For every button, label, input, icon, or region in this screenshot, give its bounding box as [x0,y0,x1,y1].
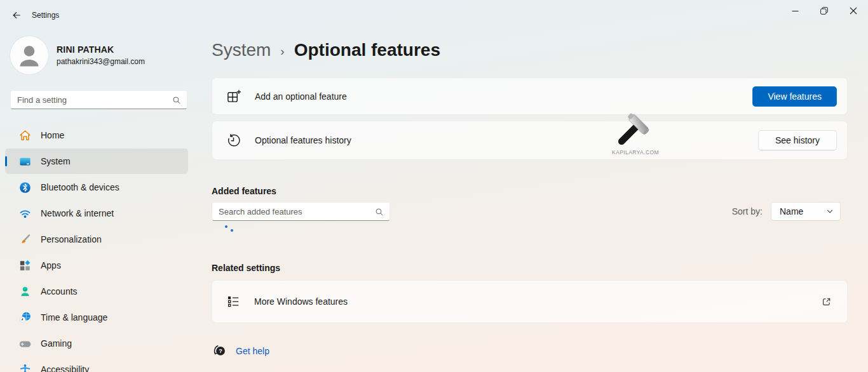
breadcrumb-system[interactable]: System [212,40,271,60]
sidebar: RINI PATHAK pathakrini343@gmail.com Home… [0,30,201,372]
minimize-button[interactable] [780,0,810,22]
sidebar-item-label: Personalization [41,234,102,244]
search-icon [172,96,181,105]
profile-email: pathakrini343@gmail.com [57,57,145,66]
feature-list-icon [226,295,240,309]
sidebar-item-home[interactable]: Home [5,123,188,148]
close-button[interactable] [839,0,868,22]
network-icon [19,208,31,220]
card-label: Add an optional feature [255,91,347,102]
loading-dot [225,225,227,228]
titlebar: Settings [0,0,868,30]
close-icon [850,7,857,15]
breadcrumb-separator-icon: › [280,42,284,58]
sidebar-nav: Home System Bluetooth & devices Network … [0,123,201,372]
external-link-icon[interactable] [821,296,832,307]
sort-group: Sort by: Name [732,202,841,221]
added-features-toolbar: Sort by: Name [212,202,848,221]
restore-button[interactable] [810,0,839,22]
sidebar-item-label: Apps [41,260,61,270]
chevron-down-icon [826,208,834,215]
page-title: Optional features [294,40,440,60]
history-clock-icon [226,133,241,148]
sidebar-item-accessibility[interactable]: Accessibility [5,357,188,372]
sidebar-item-label: Accounts [41,286,78,296]
window-controls [780,0,868,22]
sort-by-label: Sort by: [732,206,763,216]
sidebar-item-label: Bluetooth & devices [41,182,119,192]
profile-name: RINI PATHAK [57,44,145,55]
added-features-heading: Added features [212,186,848,196]
help-bubble-icon: ? [213,344,226,357]
sidebar-item-label: Time & language [41,312,107,322]
bluetooth-icon [19,182,31,194]
home-icon [19,130,31,142]
sidebar-item-label: System [41,156,71,166]
sort-dropdown[interactable]: Name [771,202,841,221]
card-label: Optional features history [255,135,351,145]
sidebar-item-label: Gaming [41,338,72,349]
loading-dot [231,229,233,232]
sidebar-item-label: Accessibility [41,364,89,372]
personalization-icon [19,234,31,246]
accessibility-icon [19,364,31,372]
see-history-button[interactable]: See history [758,130,837,150]
sidebar-item-time-language[interactable]: Time & language [5,305,188,330]
arrow-left-icon [11,10,22,20]
added-features-search [212,202,390,221]
restore-icon [820,7,828,15]
sidebar-item-gaming[interactable]: Gaming [5,331,188,356]
profile-text: RINI PATHAK pathakrini343@gmail.com [57,44,145,66]
breadcrumb: System › Optional features [212,37,848,63]
more-windows-features-card[interactable]: More Windows features [212,280,848,323]
svg-text:?: ? [219,348,222,354]
sidebar-item-label: Home [41,130,64,140]
get-help-row: ? Get help [212,344,848,357]
grid-plus-icon [226,89,241,103]
view-features-button[interactable]: View features [752,86,837,107]
accounts-icon [19,286,31,298]
get-help-link[interactable]: Get help [236,346,269,356]
added-features-search-input[interactable] [212,203,390,220]
sidebar-item-network-internet[interactable]: Network & internet [5,201,188,226]
minimize-icon [792,8,799,15]
apps-icon [19,260,31,272]
card-label: More Windows features [254,296,348,307]
sidebar-item-bluetooth-devices[interactable]: Bluetooth & devices [5,175,188,200]
gaming-icon [19,338,31,350]
time-language-icon [19,312,31,324]
avatar [10,36,48,74]
search-icon [375,208,384,216]
loading-dots [212,221,848,236]
app-title: Settings [32,11,59,20]
user-profile[interactable]: RINI PATHAK pathakrini343@gmail.com [10,36,145,74]
sidebar-item-accounts[interactable]: Accounts [5,279,188,304]
add-optional-feature-card: Add an optional feature View features [212,77,848,115]
main-content: System › Optional features Add an option… [212,30,848,372]
settings-search [10,90,187,109]
related-settings-heading: Related settings [212,263,848,273]
optional-features-history-card: Optional features history See history [212,121,848,160]
sidebar-item-system[interactable]: System [5,149,188,174]
system-icon [19,156,31,168]
settings-search-input[interactable] [11,91,187,109]
sidebar-item-label: Network & internet [41,208,114,218]
sidebar-item-apps[interactable]: Apps [5,253,188,278]
back-button[interactable] [6,5,27,25]
sidebar-item-personalization[interactable]: Personalization [5,227,188,252]
sort-dropdown-value: Name [780,206,803,216]
